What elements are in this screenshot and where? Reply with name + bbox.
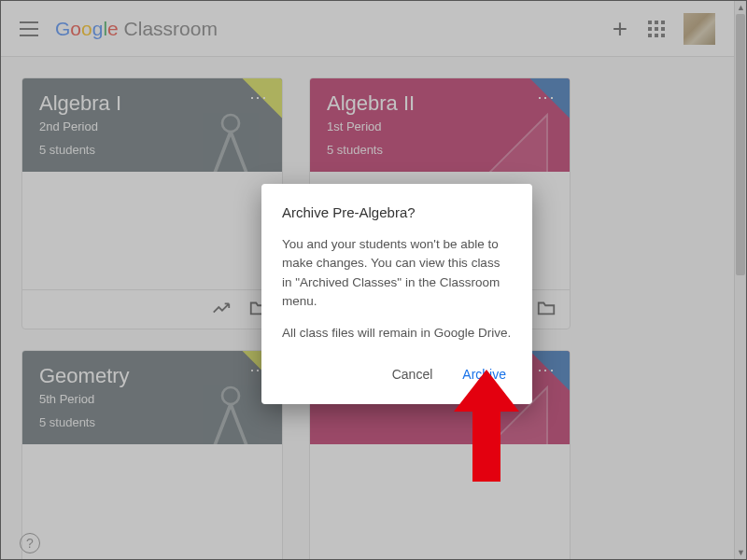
dialog-body-2: All class files will remain in Google Dr…: [282, 324, 512, 343]
cancel-button[interactable]: Cancel: [388, 361, 437, 387]
archive-dialog: Archive Pre-Algebra? You and your studen…: [261, 184, 532, 404]
dialog-body-1: You and your students won't be able to m…: [282, 235, 512, 311]
archive-button[interactable]: Archive: [458, 361, 510, 387]
dialog-title: Archive Pre-Algebra?: [282, 204, 512, 220]
